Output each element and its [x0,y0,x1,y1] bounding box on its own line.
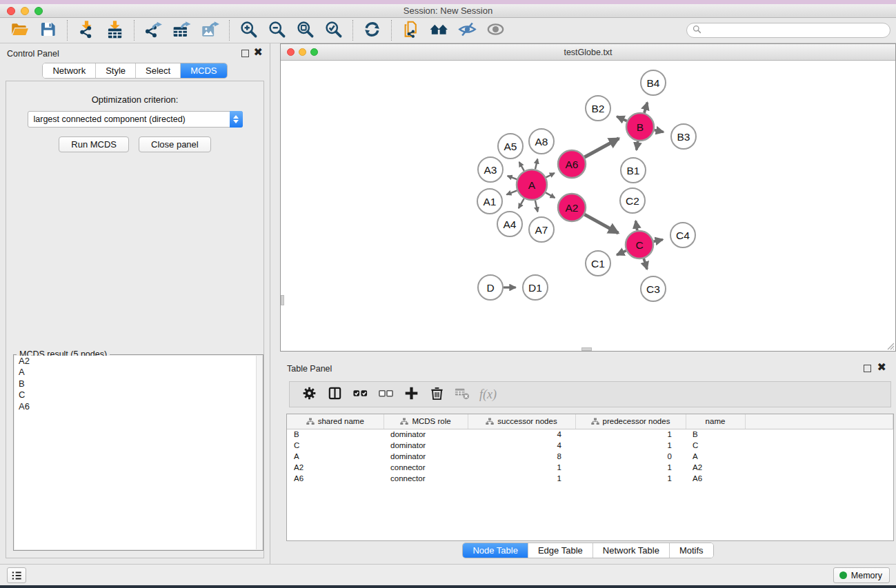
edge-A-A1[interactable] [506,190,517,194]
zoom-in-button[interactable] [235,19,263,41]
edge-A2-C[interactable] [584,214,618,233]
table-panel-float-button[interactable] [864,365,871,372]
clone-network-button[interactable] [397,19,425,41]
mcds-result-item[interactable]: A [14,367,262,378]
close-panel-button[interactable]: Close panel [139,136,211,152]
column-header-successor-nodes[interactable]: successor nodes [468,414,575,429]
export-image-button[interactable] [196,19,224,41]
table-cell[interactable]: C [686,440,745,451]
table-cell[interactable]: A2 [287,462,384,473]
table-row[interactable]: A6connector11A6 [287,473,893,484]
table-row[interactable]: A2connector11A2 [287,462,893,473]
table-cell[interactable]: 4 [468,429,575,440]
table-cell[interactable]: dominator [384,440,468,451]
edge-C-C4[interactable] [653,239,662,241]
run-mcds-button[interactable]: Run MCDS [59,136,129,152]
edge-C-C2[interactable] [636,221,637,231]
save-button[interactable] [34,19,62,41]
network-window-titlebar[interactable]: testGlobe.txt [281,44,895,61]
table-tab-edge-table[interactable]: Edge Table [528,543,593,558]
edge-A-A6[interactable] [546,173,554,177]
table-row[interactable]: Bdominator41B [287,429,893,440]
search-box[interactable] [686,23,890,38]
edge-A-A8[interactable] [535,159,537,170]
import-network-button[interactable] [72,19,101,41]
deselect-all-button[interactable] [373,383,399,405]
table-cell[interactable]: A6 [686,473,745,484]
table-cell[interactable]: B [287,429,384,440]
export-network-button[interactable] [139,19,168,41]
table-cell[interactable]: A [287,451,384,462]
mcds-result-item[interactable]: A2 [14,356,262,367]
edge-A6-B[interactable] [584,139,619,157]
table-row[interactable]: Adominator80A [287,451,893,462]
table-cell[interactable]: dominator [384,429,468,440]
zoom-selected-button[interactable] [319,19,348,41]
tab-style[interactable]: Style [96,63,136,78]
task-history-button[interactable] [7,567,26,583]
mcds-result-item[interactable]: C [14,389,262,401]
table-cell[interactable]: C [287,440,384,451]
edge-C-C3[interactable] [644,258,647,269]
table-cell[interactable]: 1 [575,473,686,484]
gear-button[interactable] [297,383,322,405]
network-canvas[interactable]: B4B2BB3A5A8A6A3B1AA1C2A2A4A7C4CC1C3DD1 [281,61,895,351]
table-cell[interactable]: A [686,451,745,462]
edge-B-B3[interactable] [654,130,663,132]
column-view-button[interactable] [322,383,348,405]
control-panel-close-button[interactable]: ✖ [254,46,263,59]
edge-A-A4[interactable] [519,199,524,208]
table-cell[interactable]: A6 [287,473,384,484]
home-button[interactable] [425,19,453,41]
edge-C-C1[interactable] [617,251,626,255]
column-header-name[interactable]: name [686,414,745,429]
result-list-scrollbar[interactable] [256,356,262,549]
table-cell[interactable]: 1 [575,440,686,451]
table-panel-close-button[interactable]: ✖ [877,361,886,374]
show-eye-button[interactable] [481,19,510,41]
tab-mcds[interactable]: MCDS [181,63,226,78]
table-cell[interactable]: 1 [575,429,686,440]
criterion-dropdown[interactable]: largest connected component (directed) [28,111,243,128]
table-cell[interactable]: 0 [575,451,686,462]
column-header-shared-name[interactable]: shared name [287,414,384,429]
tab-network[interactable]: Network [43,63,96,78]
table-tab-network-table[interactable]: Network Table [593,543,670,558]
table-cell[interactable]: B [686,429,745,440]
open-button[interactable] [6,19,34,41]
add-column-button[interactable] [399,383,424,405]
table-cell[interactable]: 8 [468,451,575,462]
delete-column-button[interactable] [424,383,450,405]
control-panel-float-button[interactable] [241,50,249,57]
canvas-horizontal-scroll-nub[interactable] [581,347,592,351]
import-table-button[interactable] [101,19,129,41]
table-cell[interactable]: connector [384,473,468,484]
table-cell[interactable]: dominator [384,451,468,462]
canvas-vertical-scroll-nub[interactable] [281,295,284,305]
table-row[interactable]: Cdominator41C [287,440,893,451]
edge-B-B2[interactable] [617,116,626,121]
memory-button[interactable]: Memory [833,567,890,583]
table-tab-motifs[interactable]: Motifs [670,543,713,558]
edge-A-A5[interactable] [519,162,524,171]
select-all-button[interactable] [348,383,373,405]
table-cell[interactable]: connector [384,462,468,473]
edge-A-A3[interactable] [508,176,517,179]
edge-A-A2[interactable] [546,192,555,198]
mcds-result-list[interactable]: A2ABCA6 [14,356,262,549]
table-cell[interactable]: 1 [468,473,575,484]
column-header-predecessor-nodes[interactable]: predecessor nodes [575,414,686,429]
table-cell[interactable]: A2 [686,462,745,473]
network-graph[interactable]: B4B2BB3A5A8A6A3B1AA1C2A2A4A7C4CC1C3DD1 [281,61,895,351]
table-tab-node-table[interactable]: Node Table [463,543,528,558]
zoom-out-button[interactable] [263,19,291,41]
zoom-fit-button[interactable] [291,19,319,41]
hide-graphics-button[interactable] [453,19,481,41]
edge-B-B4[interactable] [644,103,648,113]
edge-A-A7[interactable] [535,200,538,212]
edge-B-B1[interactable] [637,141,638,150]
search-input[interactable] [705,24,890,37]
refresh-button[interactable] [358,19,386,41]
table-cell[interactable]: 1 [468,462,575,473]
tab-select[interactable]: Select [136,63,181,78]
